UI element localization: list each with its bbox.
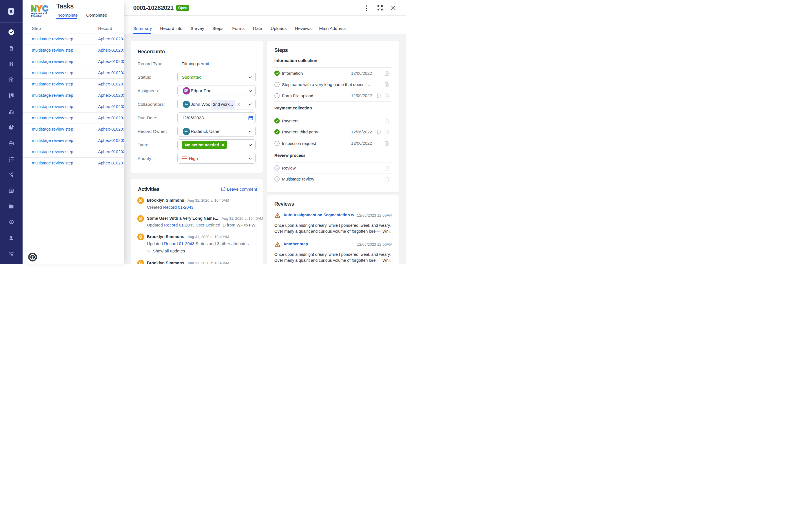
svg-text:N: N: [31, 4, 36, 13]
svg-text:3: 3: [9, 160, 10, 162]
svg-text:Education: Education: [31, 15, 42, 17]
svg-text:Y: Y: [37, 4, 42, 13]
svg-text:C: C: [42, 4, 48, 13]
svg-text:?: ?: [31, 255, 33, 259]
